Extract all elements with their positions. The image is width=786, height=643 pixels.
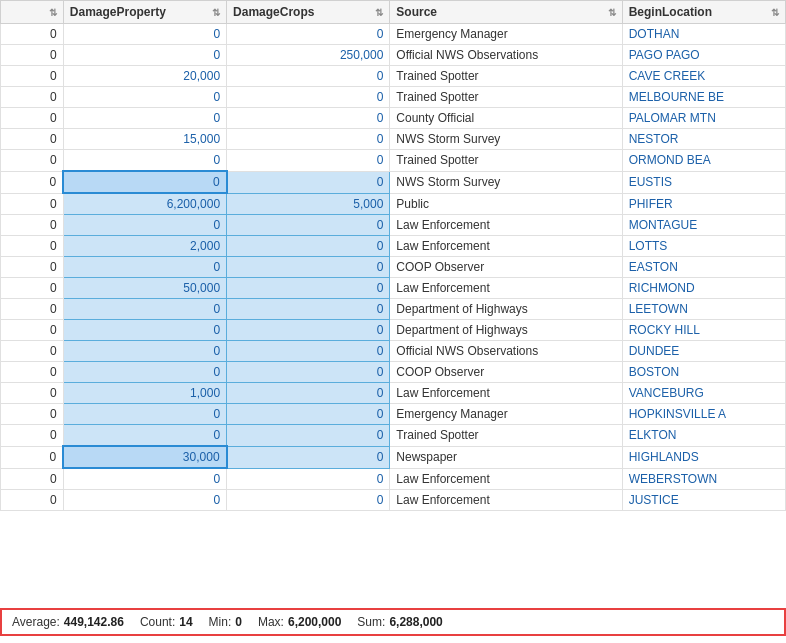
cell-damagecrops: 0 [227,108,390,129]
cell-damageproperty: 30,000 [63,446,226,468]
table-row[interactable]: 000Trained SpotterELKTON [1,425,786,447]
table-row[interactable]: 000Law EnforcementMONTAGUE [1,215,786,236]
cell-source: Law Enforcement [390,490,622,511]
cell-damagecrops: 250,000 [227,45,390,66]
col-header-source[interactable]: Source ⇅ [390,1,622,24]
table-row[interactable]: 000County OfficialPALOMAR MTN [1,108,786,129]
min-value: 0 [235,615,242,629]
cell-damageproperty: 0 [63,45,226,66]
cell-damageproperty: 0 [63,150,226,172]
sort-icon-source: ⇅ [608,7,616,18]
cell-beginlocation: ROCKY HILL [622,320,785,341]
cell-source: Trained Spotter [390,150,622,172]
cell-beginlocation: HOPKINSVILLE A [622,404,785,425]
col-header-beginlocation[interactable]: BeginLocation ⇅ [622,1,785,24]
cell-damageproperty: 50,000 [63,278,226,299]
cell-beginlocation: LOTTS [622,236,785,257]
cell-beginlocation: PHIFER [622,193,785,215]
cell-damagecrops: 0 [227,236,390,257]
cell-damagecrops: 0 [227,150,390,172]
table-row[interactable]: 050,0000Law EnforcementRICHMOND [1,278,786,299]
col-header-source-label: Source [396,5,437,19]
table-row[interactable]: 000Department of HighwaysLEETOWN [1,299,786,320]
cell-beginlocation: VANCEBURG [622,383,785,404]
main-container: ⇅ DamageProperty ⇅ DamageCrops ⇅ [0,0,786,643]
cell-damageproperty: 0 [63,87,226,108]
cell-index: 0 [1,236,64,257]
cell-damageproperty: 0 [63,257,226,278]
cell-damageproperty: 0 [63,468,226,490]
cell-damagecrops: 0 [227,215,390,236]
cell-source: Public [390,193,622,215]
cell-index: 0 [1,171,64,193]
cell-source: Trained Spotter [390,66,622,87]
cell-index: 0 [1,425,64,447]
cell-damagecrops: 0 [227,24,390,45]
table-row[interactable]: 01,0000Law EnforcementVANCEBURG [1,383,786,404]
cell-beginlocation: PALOMAR MTN [622,108,785,129]
cell-damagecrops: 0 [227,341,390,362]
table-row[interactable]: 000Law EnforcementWEBERSTOWN [1,468,786,490]
cell-source: Law Enforcement [390,215,622,236]
table-row[interactable]: 000Trained SpotterORMOND BEA [1,150,786,172]
max-label: Max: [258,615,284,629]
table-scroll[interactable]: ⇅ DamageProperty ⇅ DamageCrops ⇅ [0,0,786,608]
table-row[interactable]: 030,0000NewspaperHIGHLANDS [1,446,786,468]
sum-label: Sum: [357,615,385,629]
cell-index: 0 [1,446,64,468]
table-row[interactable]: 000COOP ObserverEASTON [1,257,786,278]
table-row[interactable]: 000NWS Storm SurveyEUSTIS [1,171,786,193]
cell-source: Law Enforcement [390,236,622,257]
cell-damagecrops: 0 [227,257,390,278]
col-header-damageproperty[interactable]: DamageProperty ⇅ [63,1,226,24]
table-row[interactable]: 000Emergency ManagerDOTHAN [1,24,786,45]
cell-damageproperty: 0 [63,341,226,362]
cell-source: County Official [390,108,622,129]
cell-damagecrops: 0 [227,87,390,108]
cell-index: 0 [1,341,64,362]
cell-beginlocation: MELBOURNE BE [622,87,785,108]
table-row[interactable]: 06,200,0005,000PublicPHIFER [1,193,786,215]
cell-damageproperty: 6,200,000 [63,193,226,215]
cell-damageproperty: 0 [63,171,226,193]
col-header-damagecrops[interactable]: DamageCrops ⇅ [227,1,390,24]
cell-damagecrops: 0 [227,404,390,425]
cell-index: 0 [1,150,64,172]
cell-beginlocation: JUSTICE [622,490,785,511]
table-row[interactable]: 00250,000Official NWS ObservationsPAGO P… [1,45,786,66]
table-row[interactable]: 000Official NWS ObservationsDUNDEE [1,341,786,362]
cell-damagecrops: 0 [227,383,390,404]
table-header-row: ⇅ DamageProperty ⇅ DamageCrops ⇅ [1,1,786,24]
cell-index: 0 [1,257,64,278]
cell-beginlocation: BOSTON [622,362,785,383]
cell-damageproperty: 0 [63,490,226,511]
table-row[interactable]: 000COOP ObserverBOSTON [1,362,786,383]
cell-damagecrops: 0 [227,320,390,341]
table-row[interactable]: 000Trained SpotterMELBOURNE BE [1,87,786,108]
cell-damagecrops: 0 [227,278,390,299]
table-body: 000Emergency ManagerDOTHAN00250,000Offic… [1,24,786,511]
sort-icon-index: ⇅ [49,7,57,18]
col-header-beginlocation-label: BeginLocation [629,5,712,19]
cell-damageproperty: 0 [63,320,226,341]
table-row[interactable]: 02,0000Law EnforcementLOTTS [1,236,786,257]
table-row[interactable]: 000Law EnforcementJUSTICE [1,490,786,511]
cell-beginlocation: DUNDEE [622,341,785,362]
table-row[interactable]: 000Emergency ManagerHOPKINSVILLE A [1,404,786,425]
cell-index: 0 [1,278,64,299]
table-row[interactable]: 015,0000NWS Storm SurveyNESTOR [1,129,786,150]
col-header-index[interactable]: ⇅ [1,1,64,24]
cell-source: Emergency Manager [390,404,622,425]
cell-damagecrops: 0 [227,425,390,447]
cell-source: NWS Storm Survey [390,171,622,193]
cell-damagecrops: 0 [227,171,390,193]
table-row[interactable]: 020,0000Trained SpotterCAVE CREEK [1,66,786,87]
cell-index: 0 [1,108,64,129]
cell-damageproperty: 0 [63,215,226,236]
cell-damageproperty: 1,000 [63,383,226,404]
table-row[interactable]: 000Department of HighwaysROCKY HILL [1,320,786,341]
cell-source: COOP Observer [390,362,622,383]
cell-source: Official NWS Observations [390,45,622,66]
cell-beginlocation: WEBERSTOWN [622,468,785,490]
cell-index: 0 [1,299,64,320]
